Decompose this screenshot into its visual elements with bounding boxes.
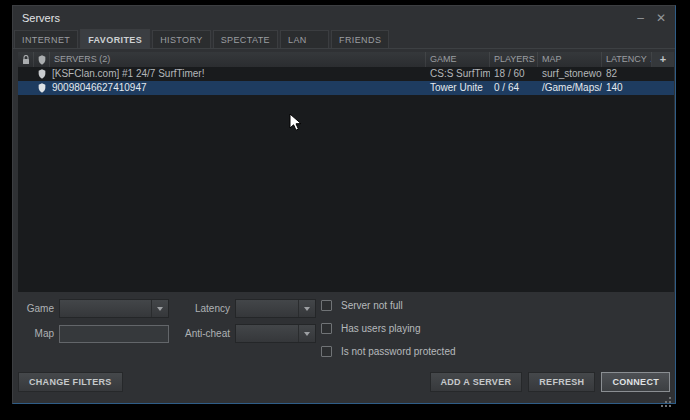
not-password-protected-checkbox[interactable]	[321, 346, 332, 357]
servers-window: Servers – ✕ INTERNET FAVORITES HISTORY S…	[12, 5, 676, 404]
column-header-secure[interactable]	[34, 52, 50, 67]
shield-icon	[38, 55, 46, 65]
connect-button[interactable]: CONNECT	[601, 372, 670, 392]
server-list-header: SERVERS (2) GAME PLAYERS MAP LATENCY ▲ +	[18, 52, 674, 67]
table-row[interactable]: [KSFClan.com] #1 24/7 SurfTimer! CS:S Su…	[18, 67, 674, 81]
column-header-map[interactable]: MAP	[538, 52, 602, 67]
window-title: Servers	[22, 12, 60, 24]
resize-grip[interactable]	[669, 397, 671, 399]
server-players: 0 / 64	[490, 81, 538, 95]
change-filters-button[interactable]: CHANGE FILTERS	[18, 372, 123, 392]
tab-strip: INTERNET FAVORITES HISTORY SPECTATE LAN …	[13, 29, 675, 49]
server-latency: 140	[602, 81, 652, 95]
column-header-latency[interactable]: LATENCY ▲	[602, 52, 652, 67]
shield-icon	[38, 69, 46, 79]
checkbox-row: Has users playing	[321, 323, 420, 334]
server-game: CS:S SurfTimer	[426, 67, 490, 81]
checkbox-label: Server not full	[341, 300, 403, 311]
column-header-players[interactable]: PLAYERS	[490, 52, 538, 67]
checkbox-label: Is not password protected	[341, 346, 456, 357]
anticheat-filter-label: Anti-cheat	[143, 328, 230, 340]
tab-history[interactable]: HISTORY	[152, 30, 210, 48]
lock-icon	[22, 55, 30, 65]
chevron-down-icon	[298, 300, 315, 317]
server-players: 18 / 60	[490, 67, 538, 81]
server-list: SERVERS (2) GAME PLAYERS MAP LATENCY ▲ +…	[18, 52, 674, 292]
minimize-icon[interactable]: –	[637, 12, 644, 24]
server-map: /Game/Maps/L...	[538, 81, 602, 95]
chevron-down-icon	[298, 325, 315, 342]
column-header-game[interactable]: GAME	[426, 52, 490, 67]
server-not-full-checkbox[interactable]	[321, 300, 332, 311]
add-a-server-button[interactable]: ADD A SERVER	[430, 372, 523, 392]
latency-filter-label: Latency	[143, 303, 230, 315]
tab-friends[interactable]: FRIENDS	[331, 30, 389, 48]
server-game: Tower Unite	[426, 81, 490, 95]
tab-spectate[interactable]: SPECTATE	[213, 30, 278, 48]
server-latency: 82	[602, 67, 652, 81]
close-icon[interactable]: ✕	[656, 12, 666, 24]
tab-favorites[interactable]: FAVORITES	[80, 29, 150, 48]
map-filter-label: Map	[13, 328, 54, 340]
checkbox-row: Server not full	[321, 300, 403, 311]
tab-internet[interactable]: INTERNET	[14, 30, 78, 48]
add-column-button[interactable]: +	[652, 52, 674, 67]
has-users-playing-checkbox[interactable]	[321, 323, 332, 334]
footer-bar: CHANGE FILTERS ADD A SERVER REFRESH CONN…	[18, 372, 670, 392]
game-filter-label: Game	[13, 303, 54, 315]
column-header-servers[interactable]: SERVERS (2)	[50, 52, 426, 67]
latency-filter-dropdown[interactable]	[235, 299, 316, 318]
server-map: surf_stonework2	[538, 67, 602, 81]
server-name: [KSFClan.com] #1 24/7 SurfTimer!	[50, 67, 426, 81]
refresh-button[interactable]: REFRESH	[528, 372, 595, 392]
checkbox-label: Has users playing	[341, 323, 420, 334]
shield-icon	[38, 83, 46, 93]
checkbox-row: Is not password protected	[321, 346, 456, 357]
table-row-selected[interactable]: 90098046627410947 Tower Unite 0 / 64 /Ga…	[18, 81, 674, 95]
column-header-password[interactable]	[18, 52, 34, 67]
anticheat-filter-dropdown[interactable]	[235, 324, 316, 343]
tab-lan[interactable]: LAN	[280, 30, 329, 48]
server-name: 90098046627410947	[50, 81, 426, 95]
title-bar[interactable]: Servers – ✕	[13, 6, 675, 29]
